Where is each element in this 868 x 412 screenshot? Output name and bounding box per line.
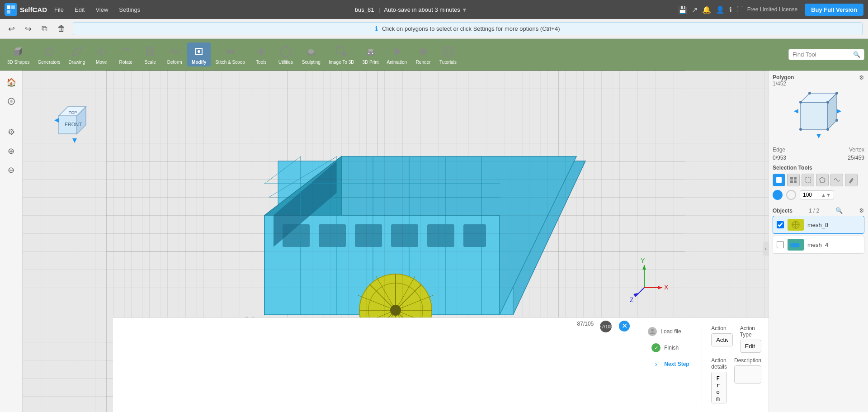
panel-toggle[interactable]: › xyxy=(763,242,769,256)
find-tool-input[interactable] xyxy=(793,51,851,58)
svg-marker-27 xyxy=(281,47,291,57)
edit-menu[interactable]: Edit xyxy=(71,5,88,15)
objects-search-icon[interactable]: 🔍 xyxy=(835,207,843,214)
sel-box-btn[interactable] xyxy=(773,174,785,186)
object-mesh8-checkbox[interactable] xyxy=(777,221,784,228)
info-icon[interactable]: ℹ xyxy=(729,5,732,14)
action-type-field: Action Type xyxy=(740,325,761,353)
info-message: ℹ Click on polygons to select or click S… xyxy=(73,22,863,35)
actionbar: ↩ ↪ ⧉ 🗑 ℹ Click on polygons to select or… xyxy=(0,19,868,39)
svg-point-33 xyxy=(368,53,369,54)
tool-tutorials[interactable]: Tutorials xyxy=(436,43,460,66)
tool-imageto3d[interactable]: Image To 3D xyxy=(325,43,358,66)
object-mesh8[interactable]: mesh_8 xyxy=(773,216,864,234)
close-tutorial-button[interactable]: ✕ xyxy=(619,321,630,331)
sel-lasso-btn[interactable] xyxy=(802,174,814,186)
fullscreen-icon[interactable]: ⛶ xyxy=(736,5,744,14)
svg-point-117 xyxy=(826,128,829,131)
tool-render[interactable]: Render xyxy=(411,43,435,66)
tool-3dprint[interactable]: 3D Print xyxy=(359,43,382,66)
find-tool-box[interactable]: 🔍 xyxy=(788,49,864,60)
orientation-cube[interactable]: FRONT TOP xyxy=(50,98,99,147)
object-mesh4[interactable]: mesh_4 xyxy=(773,236,864,254)
step-finish-label: Finish xyxy=(664,345,679,351)
svg-point-8 xyxy=(48,54,50,56)
panel-gear[interactable]: ⚙ xyxy=(859,74,864,81)
view-cube-widget[interactable] xyxy=(792,89,846,143)
user-icon[interactable]: 👤 xyxy=(716,5,725,14)
step-next[interactable]: › Next Step xyxy=(648,358,694,370)
progress-text: 87/105 xyxy=(577,321,594,327)
collapse-icon[interactable]: ⊖ xyxy=(3,162,19,178)
tool-tools-label: Tools xyxy=(256,60,266,65)
tool-deform[interactable]: Deform xyxy=(163,43,186,66)
save-icon[interactable]: 💾 xyxy=(678,5,687,14)
file-menu[interactable]: File xyxy=(51,5,67,15)
info-text: Click on polygons to select or click Set… xyxy=(382,25,560,32)
tool-modify[interactable]: Modify xyxy=(187,43,211,66)
app-name: SelfCAD xyxy=(20,6,47,14)
wireframe-btn[interactable] xyxy=(786,190,796,200)
view-menu[interactable]: View xyxy=(92,5,112,15)
svg-rect-31 xyxy=(367,51,374,56)
tool-rotate[interactable]: Rotate xyxy=(114,43,137,66)
expand-icon[interactable]: ⊕ xyxy=(3,143,19,159)
edge-label: Edge xyxy=(773,147,785,153)
buy-button[interactable]: Buy Full Version xyxy=(805,4,863,16)
delete-button[interactable]: 🗑 xyxy=(55,22,68,35)
action-type-input[interactable] xyxy=(740,340,761,353)
undo-button[interactable]: ↩ xyxy=(5,22,18,36)
description-input[interactable] xyxy=(734,365,761,384)
settings-icon[interactable]: ⚙ xyxy=(3,124,19,140)
home-icon[interactable]: 🏠 xyxy=(3,74,19,90)
tool-drawing-label: Drawing xyxy=(69,60,85,65)
objects-settings-icon[interactable]: ⚙ xyxy=(859,207,864,214)
tool-tools[interactable]: Tools xyxy=(250,43,273,66)
viewport[interactable]: FRONT+ Y X Z xyxy=(23,71,769,412)
tool-scale-label: Scale xyxy=(145,60,156,65)
redo-button[interactable]: ↪ xyxy=(22,22,34,36)
step-load[interactable]: Load file xyxy=(648,325,694,338)
step-finish-icon: ✓ xyxy=(651,343,660,352)
tool-sculpting[interactable]: Sculpting xyxy=(298,43,324,66)
svg-marker-14 xyxy=(96,50,99,53)
tool-drawing[interactable]: Drawing xyxy=(65,43,89,66)
step-finish[interactable]: ✓ Finish xyxy=(648,341,694,354)
sel-poly-btn[interactable] xyxy=(816,174,829,186)
objects-header: Objects 1 / 2 🔍 ⚙ xyxy=(773,207,864,214)
tool-imageto3d-label: Image To 3D xyxy=(329,60,354,65)
settings-menu[interactable]: Settings xyxy=(115,5,144,15)
tool-animation[interactable]: Animation xyxy=(383,43,410,66)
sel-more-btn[interactable] xyxy=(830,174,843,186)
sel-paint-btn[interactable] xyxy=(845,174,858,186)
selection-tools-label: Selection Tools xyxy=(773,165,864,171)
percentage-input-wrapper: ▲▼ xyxy=(800,190,834,199)
object-icon[interactable] xyxy=(3,93,19,109)
notification-icon[interactable]: 🔔 xyxy=(702,5,711,14)
tool-generators[interactable]: Generators xyxy=(34,43,64,66)
sel-sphere-btn[interactable] xyxy=(787,174,800,186)
toolbar: 3D Shapes Generators Drawing Move Rotate… xyxy=(0,39,868,71)
object-mesh4-thumb xyxy=(788,239,804,251)
tool-scale[interactable]: Scale xyxy=(138,43,162,66)
tool-stitch[interactable]: Stitch & Scoop xyxy=(212,43,249,66)
vertex-label: Vertex xyxy=(849,147,864,153)
copy-button[interactable]: ⧉ xyxy=(39,22,50,35)
tutorial-content: Action Action Type Action details Descri… xyxy=(711,325,761,405)
action-details-textarea[interactable] xyxy=(711,372,727,403)
svg-marker-113 xyxy=(837,109,841,114)
svg-marker-12 xyxy=(100,46,103,49)
polygon-section: Polygon 1/452 xyxy=(773,74,794,87)
svg-marker-114 xyxy=(794,109,798,114)
objects-label: Objects xyxy=(773,208,793,214)
tool-3dshapes[interactable]: 3D Shapes xyxy=(4,43,33,66)
object-mesh4-checkbox[interactable] xyxy=(777,241,784,248)
action-input[interactable] xyxy=(711,333,732,346)
tool-move[interactable]: Move xyxy=(90,43,113,66)
color-picker[interactable] xyxy=(773,190,783,200)
tool-utilities[interactable]: Utilities xyxy=(274,43,297,66)
percentage-input[interactable] xyxy=(803,192,821,198)
share-icon[interactable]: ↗ xyxy=(692,5,698,14)
search-icon: 🔍 xyxy=(853,51,860,58)
svg-marker-107 xyxy=(54,118,59,123)
